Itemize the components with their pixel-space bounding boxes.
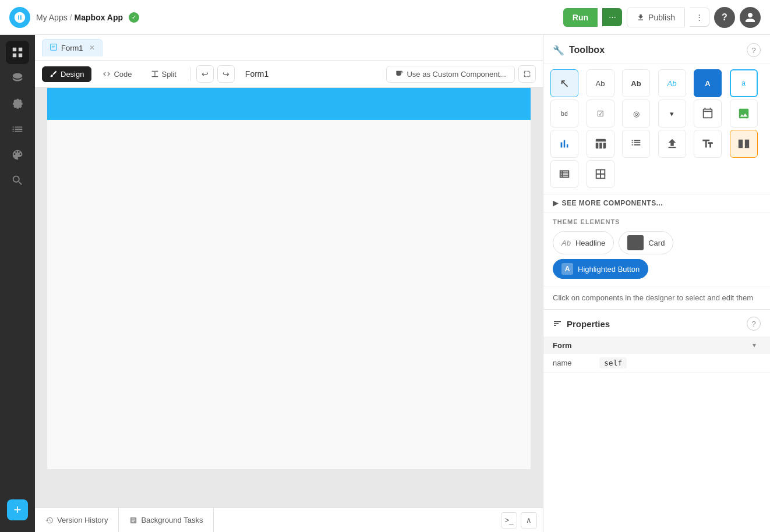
properties-title: Properties <box>553 319 610 329</box>
run-more-button[interactable]: ⋯ <box>602 8 622 26</box>
split-tab-button[interactable]: Split <box>143 66 184 82</box>
card-icon <box>627 235 644 250</box>
sidebar-item-search[interactable] <box>6 169 29 192</box>
sidebar-item-theme[interactable] <box>6 143 29 166</box>
highlighted-button-icon: A <box>561 263 573 275</box>
canvas-header <box>47 88 531 120</box>
tool-image[interactable] <box>730 100 758 127</box>
tool-checkbox[interactable]: ☑ <box>587 100 614 127</box>
breadcrumb: My Apps / Mapbox App <box>36 13 123 22</box>
theme-item-card[interactable]: Card <box>619 231 673 254</box>
redo-button[interactable]: ↪ <box>217 65 235 83</box>
tool-radio[interactable]: ◎ <box>622 100 650 127</box>
properties-header: Properties ? <box>543 310 770 336</box>
user-avatar[interactable] <box>740 7 761 28</box>
tool-text-normal[interactable]: Ab <box>587 69 614 97</box>
sidebar-item-settings[interactable] <box>6 92 29 115</box>
help-button[interactable]: ? <box>714 7 735 28</box>
sidebar-item-layout[interactable] <box>6 118 29 141</box>
tool-layout2[interactable] <box>587 160 614 188</box>
design-tab-button[interactable]: Design <box>42 66 91 82</box>
sidebar-item-data[interactable] <box>6 66 29 90</box>
headline-icon: Ab <box>561 239 571 247</box>
tool-layout1[interactable] <box>550 160 578 188</box>
tool-chart[interactable] <box>550 130 578 158</box>
editor-area: Form1 ✕ Design Code Split ↩ ↪ Form1 <box>35 35 543 532</box>
tab-form1[interactable]: Form1 ✕ <box>42 39 103 56</box>
properties-help-button[interactable]: ? <box>747 317 761 331</box>
form-title: Form1 <box>245 69 269 79</box>
bottom-actions: >_ ∧ <box>495 508 543 532</box>
tool-text-highlighted[interactable]: A <box>694 69 722 97</box>
breadcrumb-separator: / <box>70 13 72 22</box>
chevron-right-icon: ▶ <box>553 199 559 207</box>
properties-section: Properties ? Form ▾ name self <box>543 309 770 532</box>
run-button[interactable]: Run <box>563 8 598 27</box>
tool-text-outline[interactable]: a <box>730 69 758 97</box>
breadcrumb-current: Mapbox App <box>75 13 123 22</box>
app-logo[interactable] <box>9 7 30 28</box>
toolbox-grid: ↖ Ab Ab Ab A a bd ☑ ◎ ▾ <box>543 63 770 194</box>
tool-dropdown[interactable]: ▾ <box>658 100 686 127</box>
tool-input[interactable]: bd <box>550 100 578 127</box>
designer-info-text: Click on components in the designer to s… <box>543 286 770 309</box>
expand-button[interactable]: ∧ <box>521 512 537 529</box>
chevron-down-icon: ▾ <box>753 341 756 349</box>
toggle-panel-button[interactable] <box>518 65 536 83</box>
properties-form-select[interactable]: ▾ <box>748 339 761 352</box>
run-more-icon: ⋯ <box>609 13 616 22</box>
property-row-name: name self <box>543 354 770 373</box>
custom-component-button[interactable]: Use as Custom Component... <box>386 66 515 83</box>
breadcrumb-parent[interactable]: My Apps <box>36 13 68 22</box>
publish-button[interactable]: Publish <box>627 8 685 27</box>
canvas-inner <box>47 88 531 469</box>
theme-item-highlighted-button[interactable]: A Highlighted Button <box>553 259 648 279</box>
tool-table[interactable] <box>587 130 614 158</box>
topbar-right: Run ⋯ Publish ⋮ ? <box>563 7 761 28</box>
theme-elements-section: THEME ELEMENTS Ab Headline Card A Highli… <box>543 212 770 286</box>
sidebar-item-screens[interactable] <box>6 41 29 64</box>
toolbar-separator <box>190 67 190 81</box>
properties-form-row: Form ▾ <box>543 336 770 354</box>
tool-columns[interactable] <box>730 130 758 158</box>
tool-text-bold[interactable]: Ab <box>622 69 650 97</box>
wrench-icon: 🔧 <box>553 45 564 56</box>
terminal-button[interactable]: >_ <box>501 512 517 529</box>
right-panel: 🔧 Toolbox ? ↖ Ab Ab Ab A a bd ☑ ◎ ▾ <box>543 35 770 532</box>
editor-toolbar: Design Code Split ↩ ↪ Form1 Use as Custo… <box>35 61 543 88</box>
status-indicator <box>129 12 139 23</box>
sidebar-add-button[interactable]: + <box>7 499 28 520</box>
background-tasks-tab[interactable]: Background Tasks <box>119 508 214 532</box>
see-more-components[interactable]: ▶ SEE MORE COMPONENTS... <box>543 194 770 212</box>
tool-list[interactable] <box>622 130 650 158</box>
canvas-wrapper[interactable] <box>35 88 543 508</box>
tab-icon <box>50 43 58 53</box>
toolbar-right: Use as Custom Component... <box>386 65 536 83</box>
tab-bar: Form1 ✕ <box>35 35 543 61</box>
code-tab-button[interactable]: Code <box>95 66 139 82</box>
toolbox-header: 🔧 Toolbox ? <box>543 35 770 63</box>
topbar: My Apps / Mapbox App Run ⋯ Publish ⋮ ? <box>0 0 770 35</box>
tool-calendar[interactable] <box>694 100 722 127</box>
tool-upload[interactable] <box>658 130 686 158</box>
left-sidebar: + <box>0 35 35 532</box>
theme-item-headline[interactable]: Ab Headline <box>553 231 614 254</box>
tab-close-button[interactable]: ✕ <box>89 44 95 52</box>
main-layout: + Form1 ✕ Design Code <box>0 35 770 532</box>
tab-label: Form1 <box>61 44 83 52</box>
toolbox-help-button[interactable]: ? <box>747 43 761 57</box>
bottom-bar: Version History Background Tasks >_ ∧ <box>35 508 543 532</box>
tool-text-italic[interactable]: Ab <box>658 69 686 97</box>
toolbox-title: 🔧 Toolbox <box>553 45 605 56</box>
tool-text-field[interactable] <box>694 130 722 158</box>
publish-more-button[interactable]: ⋮ <box>690 8 709 27</box>
publish-more-icon: ⋮ <box>695 13 703 22</box>
theme-items-list: Ab Headline Card A Highlighted Button <box>553 231 761 279</box>
version-history-tab[interactable]: Version History <box>35 508 119 532</box>
undo-button[interactable]: ↩ <box>196 65 214 83</box>
tool-cursor[interactable]: ↖ <box>550 69 578 97</box>
theme-elements-label: THEME ELEMENTS <box>553 218 761 225</box>
topbar-left: My Apps / Mapbox App <box>9 7 139 28</box>
canvas-body <box>47 120 531 469</box>
